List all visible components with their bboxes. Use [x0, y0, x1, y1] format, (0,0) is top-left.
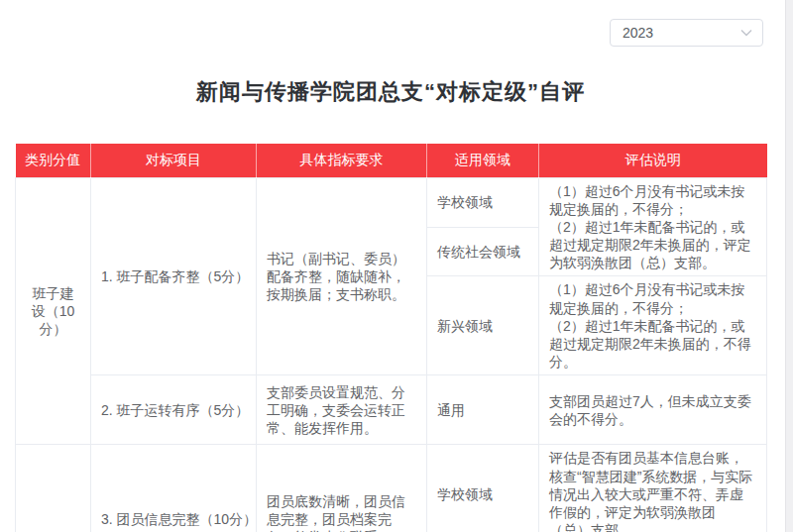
page-title: 新闻与传播学院团总支“对标定级”自评: [15, 77, 766, 107]
cell-item1-eval-school-social: （1）超过6个月没有书记或未按规定换届的，不得分； （2）超过1年未配备书记的，…: [539, 177, 767, 276]
col-header-evaluation: 评估说明: [539, 144, 767, 177]
cell-item3-requirement: 团员底数清晰，团员信息完整，团员档案完备，能常态化联系。: [257, 445, 427, 532]
eval-paragraph: （2）超过1年未配备书记的，或超过规定期限2年未换届的，不得分。: [549, 317, 756, 372]
cell-item1-requirement: 书记（副书记、委员）配备齐整，随缺随补，按期换届；支书称职。: [257, 177, 427, 375]
table-header-row: 类别分值 对标项目 具体指标要求 适用领域 评估说明: [16, 144, 767, 177]
topbar: 2023: [15, 0, 766, 47]
page: 2023 新闻与传播学院团总支“对标定级”自评 类别分值 对标项目 具体指标要求…: [15, 0, 766, 532]
cell-category-group1: 班子建设（10分）: [16, 177, 91, 445]
col-header-requirement: 具体指标要求: [257, 144, 427, 177]
col-header-domain: 适用领域: [427, 144, 539, 177]
cell-item3-eval-school: 评估是否有团员基本信息台账，核查“智慧团建”系统数据，与实际情况出入较大或严重不…: [539, 445, 767, 532]
cell-item1-name: 1. 班子配备齐整（5分）: [91, 177, 257, 375]
scrollbar[interactable]: [785, 0, 793, 532]
cell-category-group2: [16, 445, 91, 532]
cell-item2-name: 2. 班子运转有序（5分）: [91, 375, 257, 445]
evaluation-table: 类别分值 对标项目 具体指标要求 适用领域 评估说明 班子建设（10分） 1. …: [15, 144, 767, 532]
cell-item2-eval: 支部团员超过7人，但未成立支委会的不得分。: [539, 375, 767, 445]
cell-item3-name: 3. 团员信息完整（10分）: [91, 445, 257, 532]
col-header-category: 类别分值: [16, 144, 91, 177]
table-row: 2. 班子运转有序（5分） 支部委员设置规范、分工明确，支委会运转正常、能发挥作…: [16, 375, 767, 445]
eval-paragraph: （2）超过1年未配备书记的，或超过规定期限2年未换届的，评定为软弱涣散团（总）支…: [549, 218, 756, 272]
cell-item3-domain-school: 学校领域: [427, 445, 539, 532]
eval-paragraph: （1）超过6个月没有书记或未按规定换届的，不得分；: [549, 280, 756, 316]
eval-paragraph: （1）超过6个月没有书记或未按规定换届的，不得分；: [549, 182, 756, 218]
cell-item1-domain-social: 传统社会领域: [427, 227, 539, 275]
col-header-project: 对标项目: [91, 144, 257, 177]
cell-item2-domain: 通用: [427, 375, 539, 445]
table-row: 班子建设（10分） 1. 班子配备齐整（5分） 书记（副书记、委员）配备齐整，随…: [16, 177, 767, 227]
cell-item1-domain-school: 学校领域: [427, 177, 539, 227]
table-row: 3. 团员信息完整（10分） 团员底数清晰，团员信息完整，团员档案完备，能常态化…: [16, 445, 767, 532]
cell-item1-eval-emerging: （1）超过6个月没有书记或未按规定换届的，不得分； （2）超过1年未配备书记的，…: [539, 276, 767, 375]
cell-item1-domain-emerging: 新兴领域: [427, 276, 539, 375]
year-select-value: 2023: [623, 25, 653, 41]
cell-item2-requirement: 支部委员设置规范、分工明确，支委会运转正常、能发挥作用。: [257, 375, 427, 445]
chevron-down-icon: [740, 29, 752, 37]
year-select[interactable]: 2023: [610, 19, 763, 47]
